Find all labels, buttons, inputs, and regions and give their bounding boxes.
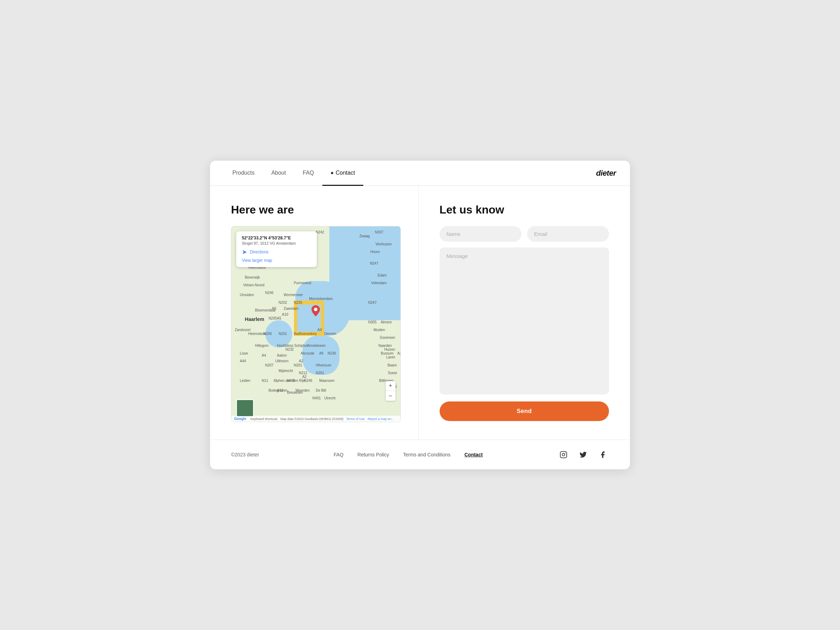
footer-link-contact[interactable]: Contact bbox=[464, 452, 483, 458]
left-panel: Here we are bbox=[210, 186, 418, 440]
footer: ©2023 dieter FAQ Returns Policy Terms an… bbox=[210, 440, 630, 469]
svg-rect-1 bbox=[561, 452, 567, 458]
map-footer: Google Keyboard shortcuts Map data ©2023… bbox=[231, 416, 400, 422]
nav-item-contact[interactable]: ◆ Contact bbox=[322, 161, 363, 186]
zoom-in-button[interactable]: + bbox=[386, 381, 395, 391]
zoom-out-button[interactable]: − bbox=[386, 391, 395, 401]
footer-socials bbox=[557, 448, 609, 461]
footer-copyright: ©2023 dieter bbox=[231, 452, 259, 458]
send-button[interactable]: Send bbox=[440, 401, 609, 421]
nav-item-about[interactable]: About bbox=[263, 161, 294, 186]
directions-link[interactable]: Directions bbox=[250, 249, 268, 254]
map-zoom-controls: + − bbox=[386, 381, 395, 401]
main-content: Here we are bbox=[210, 186, 630, 440]
svg-point-0 bbox=[314, 308, 317, 311]
instagram-icon[interactable] bbox=[557, 448, 570, 461]
nav-item-faq[interactable]: FAQ bbox=[294, 161, 322, 186]
map-coords: 52°22'33.2"N 4°53'28.7"E bbox=[242, 235, 311, 240]
map-thumbnail[interactable] bbox=[236, 399, 254, 417]
message-textarea[interactable] bbox=[440, 248, 609, 395]
right-title: Let us know bbox=[440, 203, 609, 216]
form-name-email-row bbox=[440, 226, 609, 242]
map-container[interactable]: N242 N307 Venhuizen Zwaag Bergen Hoorn C… bbox=[231, 226, 401, 422]
contact-form: Send bbox=[440, 226, 609, 421]
right-panel: Let us know Send bbox=[418, 186, 630, 440]
google-logo: Google bbox=[234, 417, 246, 421]
name-input[interactable] bbox=[440, 226, 521, 242]
facebook-icon[interactable] bbox=[597, 448, 609, 461]
site-logo: dieter bbox=[596, 161, 616, 185]
left-title: Here we are bbox=[231, 203, 401, 216]
nav-bar: Products About FAQ ◆ Contact dieter bbox=[210, 161, 630, 186]
nav-item-products[interactable]: Products bbox=[224, 161, 263, 186]
email-input[interactable] bbox=[527, 226, 609, 242]
twitter-icon[interactable] bbox=[577, 448, 589, 461]
directions-arrow-icon: ➤ bbox=[242, 248, 247, 256]
footer-links: FAQ Returns Policy Terms and Conditions … bbox=[259, 452, 557, 458]
map-address: Singel 97, 1012 VG Amsterdam bbox=[242, 241, 311, 245]
app-window: Products About FAQ ◆ Contact dieter Here… bbox=[210, 161, 630, 469]
active-dot: ◆ bbox=[331, 171, 333, 175]
footer-link-terms[interactable]: Terms and Conditions bbox=[403, 452, 450, 458]
footer-link-faq[interactable]: FAQ bbox=[333, 452, 343, 458]
view-larger-map-link[interactable]: View larger map bbox=[242, 258, 311, 263]
footer-link-returns[interactable]: Returns Policy bbox=[357, 452, 389, 458]
map-pin bbox=[311, 305, 320, 316]
map-popup: 52°22'33.2"N 4°53'28.7"E Singel 97, 1012… bbox=[236, 231, 317, 267]
